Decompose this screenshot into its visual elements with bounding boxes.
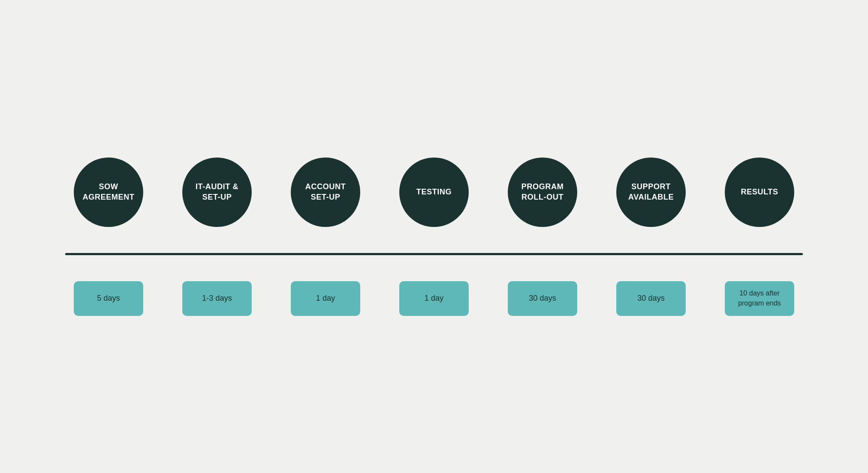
box-it-audit-label: 1-3 days [202,293,232,304]
circle-support-available: SUPPORT AVAILABLE [616,158,686,227]
timeline-line [65,253,803,255]
box-support-label: 30 days [637,293,664,304]
box-results: 10 days after program ends [725,281,794,316]
box-account-label: 1 day [316,293,335,304]
box-it-audit: 1-3 days [182,281,252,316]
box-results-label: 10 days after program ends [730,289,789,308]
circle-program-rollout: PROGRAM ROLL-OUT [508,158,577,227]
circles-row: SOW AGREEMENT IT-AUDIT & SET-UP ACCOUNT … [65,158,803,227]
box-sow-label: 5 days [97,293,120,304]
circle-it-audit-setup: IT-AUDIT & SET-UP [182,158,252,227]
circle-account-label: ACCOUNT SET-UP [299,182,352,202]
circle-testing: TESTING [399,158,469,227]
box-sow-agreement: 5 days [74,281,143,316]
box-testing-label: 1 day [424,293,444,304]
circle-results-label: RESULTS [741,187,778,197]
main-container: SOW AGREEMENT IT-AUDIT & SET-UP ACCOUNT … [65,158,803,316]
box-testing: 1 day [399,281,469,316]
circle-support-label: SUPPORT AVAILABLE [625,182,677,202]
circle-sow-agreement-label: SOW AGREEMENT [82,182,135,202]
circle-account-setup: ACCOUNT SET-UP [291,158,360,227]
circle-it-audit-label: IT-AUDIT & SET-UP [191,182,243,202]
boxes-row: 5 days 1-3 days 1 day 1 day 30 days 30 d… [65,281,803,316]
circle-testing-label: TESTING [416,187,452,197]
box-account-setup: 1 day [291,281,360,316]
box-support-available: 30 days [616,281,686,316]
box-program-rollout: 30 days [508,281,577,316]
circle-results: RESULTS [725,158,794,227]
box-rollout-label: 30 days [529,293,556,304]
circle-rollout-label: PROGRAM ROLL-OUT [516,182,569,202]
circle-sow-agreement: SOW AGREEMENT [74,158,143,227]
